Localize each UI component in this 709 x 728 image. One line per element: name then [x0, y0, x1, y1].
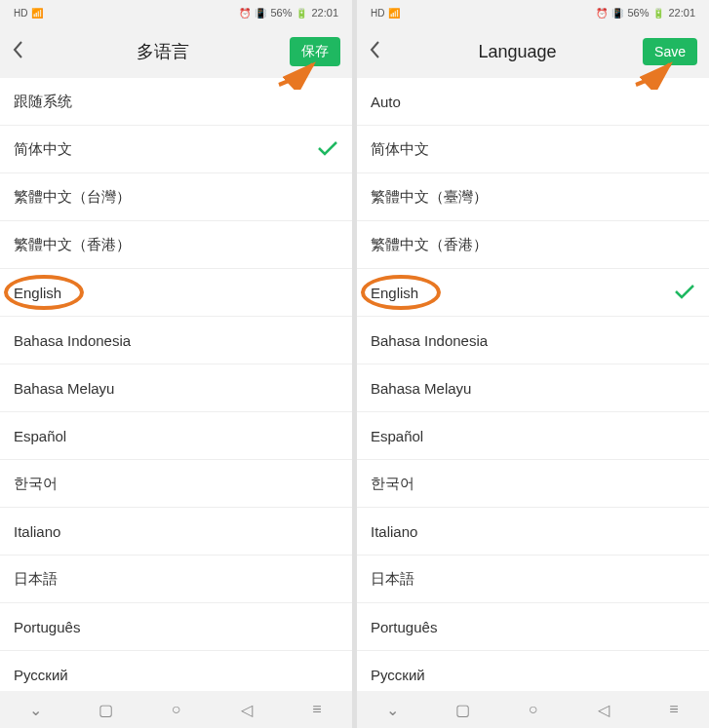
list-item[interactable]: 繁體中文（香港） [0, 221, 352, 269]
language-label: Bahasa Indonesia [371, 332, 488, 349]
language-list: 跟随系统简体中文繁體中文（台灣）繁體中文（香港）EnglishBahasa In… [0, 78, 352, 691]
list-item[interactable]: English [357, 269, 709, 317]
page-title: Language [392, 42, 643, 62]
nav-triangle-icon[interactable]: ◁ [235, 701, 258, 719]
language-label: 繁體中文（香港） [371, 236, 488, 254]
language-label: 繁體中文（臺灣） [371, 188, 488, 207]
check-icon [317, 138, 338, 161]
nav-bar: ⌄ ▢ ○ ◁ ≡ [0, 691, 352, 728]
vibrate-icon: 📳 [611, 8, 623, 19]
list-item[interactable]: Bahasa Melayu [357, 364, 709, 412]
list-item[interactable]: 繁體中文（台灣） [0, 173, 352, 221]
language-label: Italiano [14, 523, 60, 540]
chevron-left-icon [369, 40, 380, 59]
status-bar: HD 📶 ⏰ 📳 56% 🔋 22:01 [357, 0, 709, 25]
hd-icon: HD [14, 8, 27, 19]
nav-menu-icon[interactable]: ≡ [662, 701, 686, 718]
nav-bar: ⌄ ▢ ○ ◁ ≡ [357, 691, 709, 728]
language-label: 한국어 [14, 475, 58, 493]
back-button[interactable] [12, 40, 35, 64]
list-item[interactable]: 跟随系统 [0, 78, 352, 126]
list-item[interactable]: 한국어 [357, 460, 709, 508]
alarm-icon: ⏰ [239, 8, 251, 19]
battery-icon: 🔋 [652, 8, 664, 19]
language-list: Auto简体中文繁體中文（臺灣）繁體中文（香港）EnglishBahasa In… [357, 78, 709, 691]
nav-down-icon[interactable]: ⌄ [23, 701, 47, 719]
nav-circle-icon[interactable]: ○ [521, 701, 544, 718]
list-item[interactable]: Bahasa Indonesia [0, 317, 352, 364]
language-label: Auto [371, 94, 401, 110]
language-label: Português [371, 619, 437, 635]
status-time: 22:01 [311, 7, 338, 19]
nav-triangle-icon[interactable]: ◁ [592, 701, 615, 719]
list-item[interactable]: Русский [357, 651, 709, 691]
list-item[interactable]: 繁體中文（臺灣） [357, 173, 709, 221]
list-item[interactable]: 简体中文 [0, 126, 352, 173]
list-item[interactable]: Auto [357, 78, 709, 126]
language-label: 简体中文 [371, 140, 429, 159]
status-bar: HD 📶 ⏰ 📳 56% 🔋 22:01 [0, 0, 352, 25]
nav-down-icon[interactable]: ⌄ [380, 701, 404, 719]
list-item[interactable]: Português [0, 603, 352, 651]
header: Language Save [357, 25, 709, 78]
hd-icon: HD [371, 8, 384, 19]
language-label: Bahasa Melayu [14, 380, 114, 397]
list-item[interactable]: Bahasa Melayu [0, 364, 352, 412]
page-title: 多语言 [35, 40, 290, 63]
list-item[interactable]: 简体中文 [357, 126, 709, 173]
vibrate-icon: 📳 [255, 8, 266, 19]
language-label: Español [371, 428, 423, 444]
language-label: English [14, 285, 61, 301]
language-label: 跟随系统 [14, 93, 72, 111]
nav-circle-icon[interactable]: ○ [164, 701, 187, 718]
list-item[interactable]: 繁體中文（香港） [357, 221, 709, 269]
language-label: 简体中文 [14, 140, 72, 159]
list-item[interactable]: 한국어 [0, 460, 352, 508]
list-item[interactable]: Italiano [0, 508, 352, 556]
status-right: ⏰ 📳 56% 🔋 22:01 [596, 7, 695, 19]
list-item[interactable]: 日本語 [357, 556, 709, 603]
list-item[interactable]: Русский [0, 651, 352, 691]
nav-square-icon[interactable]: ▢ [94, 701, 117, 719]
list-item[interactable]: Español [357, 412, 709, 460]
language-label: English [371, 285, 418, 301]
phone-screen-left: HD 📶 ⏰ 📳 56% 🔋 22:01 多语言 保存 跟随系统简体中文繁體中文… [0, 0, 352, 728]
save-button[interactable]: Save [643, 38, 697, 65]
language-label: Bahasa Indonesia [14, 332, 131, 349]
save-button[interactable]: 保存 [290, 37, 340, 66]
language-label: Русский [14, 667, 68, 683]
nav-menu-icon[interactable]: ≡ [305, 701, 329, 718]
language-label: 한국어 [371, 475, 414, 493]
back-button[interactable] [369, 40, 392, 64]
list-item[interactable]: Italiano [357, 508, 709, 556]
language-label: Español [14, 428, 66, 444]
signal-icon: 📶 [31, 8, 43, 19]
signal-icon: 📶 [388, 8, 400, 19]
list-item[interactable]: Bahasa Indonesia [357, 317, 709, 364]
status-left: HD 📶 [14, 8, 43, 19]
phone-screen-right: HD 📶 ⏰ 📳 56% 🔋 22:01 Language Save Auto简… [357, 0, 709, 728]
alarm-icon: ⏰ [596, 8, 608, 19]
language-label: 日本語 [371, 570, 414, 589]
list-item[interactable]: Español [0, 412, 352, 460]
language-label: Português [14, 619, 80, 635]
chevron-left-icon [12, 40, 23, 59]
language-label: 日本語 [14, 570, 58, 589]
check-icon [674, 282, 695, 304]
language-label: Русский [371, 667, 425, 683]
status-right: ⏰ 📳 56% 🔋 22:01 [239, 7, 338, 19]
language-label: 繁體中文（香港） [14, 236, 131, 254]
nav-square-icon[interactable]: ▢ [451, 701, 474, 719]
list-item[interactable]: 日本語 [0, 556, 352, 603]
battery-percent: 56% [270, 7, 292, 19]
battery-icon: 🔋 [295, 8, 307, 19]
list-item[interactable]: English [0, 269, 352, 317]
battery-percent: 56% [627, 7, 649, 19]
status-time: 22:01 [668, 7, 695, 19]
language-label: 繁體中文（台灣） [14, 188, 131, 207]
language-label: Italiano [371, 523, 417, 540]
header: 多语言 保存 [0, 25, 352, 78]
status-left: HD 📶 [371, 8, 400, 19]
list-item[interactable]: Português [357, 603, 709, 651]
language-label: Bahasa Melayu [371, 380, 471, 397]
